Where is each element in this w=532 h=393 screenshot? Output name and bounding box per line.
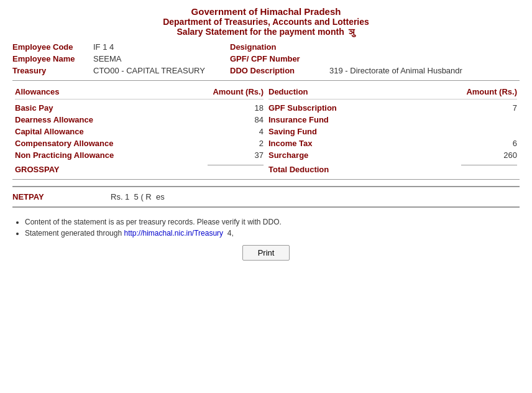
govt-title: Government of Himachal Pradesh [12, 6, 520, 17]
employee-info: Employee Code IF 1 4 Designation Employe… [12, 42, 520, 75]
deductions-header: Deduction Amount (Rs.) [268, 85, 517, 99]
designation-value [329, 42, 520, 52]
ddo-label: DDO Description [230, 66, 329, 75]
allowances-amount-label: Amount (Rs.) [208, 87, 264, 96]
designation-label: Designation [230, 42, 329, 52]
deduction-label: Saving Fund [268, 127, 461, 136]
grosspay-value [208, 165, 264, 174]
print-section: Print [12, 245, 520, 261]
treasury-link[interactable]: http://himachal.nic.in/Treasury [124, 229, 223, 238]
deduction-label: GPF Subscription [268, 103, 461, 113]
deductions-column: Deduction Amount (Rs.) GPF Subscription … [266, 85, 520, 175]
allowances-header: Allowances Amount (Rs.) [15, 85, 264, 99]
deduction-row: Saving Fund [268, 126, 517, 137]
netpay-section: NETPAY Rs. 1 5 ( R es [12, 186, 520, 208]
grosspay-row: GROSSPAY [15, 164, 264, 175]
employee-code-label: Employee Code [12, 42, 93, 52]
footer-notes: Content of the statement is as per treas… [12, 218, 520, 238]
deduction-label: Income Tax [268, 139, 461, 148]
deduction-label: Surcharge [268, 150, 461, 160]
allowance-row: Dearness Allowance 84 [15, 114, 264, 126]
middle-divider [12, 179, 520, 180]
allowance-value: 37 [208, 150, 264, 160]
deductions-col-label: Deduction [268, 87, 461, 96]
allowance-label: Basic Pay [15, 103, 208, 113]
deduction-value: 6 [461, 139, 517, 148]
employee-name-value: SEEMA [93, 54, 230, 63]
allowance-label: Dearness Allowance [15, 115, 208, 124]
allowance-value: 2 [208, 139, 264, 148]
treasury-label: Treasury [12, 66, 93, 75]
deductions-amount-label: Amount (Rs.) [461, 87, 517, 96]
deduction-row: GPF Subscription 7 [268, 102, 517, 114]
treasury-value: CTO00 - CAPITAL TREASURY [93, 66, 230, 75]
netpay-label: NETPAY [12, 192, 106, 201]
gpf-value [329, 54, 520, 63]
employee-code-value: IF 1 4 [93, 42, 230, 52]
allowance-value: 18 [208, 103, 264, 113]
allowance-row: Non Practicing Allowance 37 [15, 149, 264, 161]
salary-table: Allowances Amount (Rs.) Basic Pay 18 Dea… [12, 85, 520, 175]
dept-title: Department of Treasuries, Accounts and L… [12, 17, 520, 27]
allowance-value: 84 [208, 115, 264, 124]
footer-note2: Statement generated through http://himac… [25, 229, 520, 238]
deductions-rows: GPF Subscription 7 Insurance Fund Saving… [268, 102, 517, 161]
allowances-col-label: Allowances [15, 87, 208, 96]
gpf-label: GPF/ CPF Number [230, 54, 329, 63]
allowance-row: Basic Pay 18 [15, 102, 264, 114]
allowances-column: Allowances Amount (Rs.) Basic Pay 18 Dea… [12, 85, 266, 175]
allowance-value: 4 [208, 127, 264, 136]
allowance-label: Non Practicing Allowance [15, 150, 208, 160]
deduction-row: Surcharge 260 [268, 149, 517, 161]
deduction-label: Insurance Fund [268, 115, 461, 124]
page-header: Government of Himachal Pradesh Departmen… [12, 6, 520, 37]
deduction-row: Insurance Fund [268, 114, 517, 126]
deduction-value [461, 127, 517, 136]
allowance-label: Compensatory Allowance [15, 139, 208, 148]
allowances-rows: Basic Pay 18 Dearness Allowance 84 Capit… [15, 102, 264, 161]
netpay-value: Rs. 1 5 ( R es [111, 192, 165, 201]
ddo-value: 319 - Directorate of Animal Husbandr [329, 66, 520, 75]
allowance-row: Compensatory Allowance 2 [15, 137, 264, 149]
grosspay-label: GROSSPAY [15, 165, 208, 174]
allowance-row: Capital Allowance 4 [15, 126, 264, 137]
total-deduction-value [461, 165, 517, 174]
deduction-value: 7 [461, 103, 517, 113]
deduction-value [461, 115, 517, 124]
deduction-row: Income Tax 6 [268, 137, 517, 149]
allowance-label: Capital Allowance [15, 127, 208, 136]
total-deduction-label: Total Deduction [268, 165, 461, 174]
statement-title: Salary Statement for the payment month ञ… [12, 27, 520, 37]
total-deduction-row: Total Deduction [268, 164, 517, 175]
footer-note1: Content of the statement is as per treas… [25, 218, 520, 226]
top-divider [12, 80, 520, 81]
deduction-value: 260 [461, 150, 517, 160]
employee-name-label: Employee Name [12, 54, 93, 63]
print-button[interactable]: Print [242, 245, 290, 261]
